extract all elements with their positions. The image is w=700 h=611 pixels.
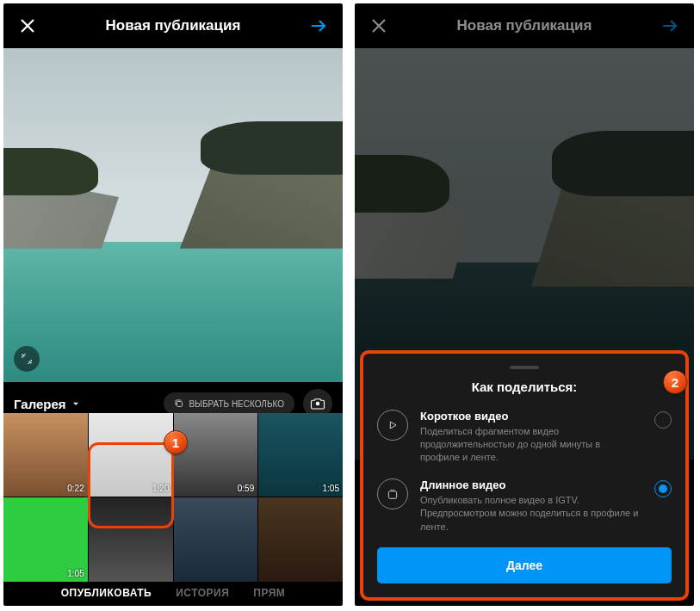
camera-icon [310,396,325,411]
thumbnail[interactable] [89,497,173,582]
thumbnail[interactable]: 0:22 [3,413,88,497]
chevron-down-icon [70,398,82,410]
close-icon[interactable] [15,14,40,38]
phone-right: Новая публикация Как поделиться: Коротко… [355,3,694,606]
thumbnail[interactable]: 1:05 [3,497,88,582]
tab-live[interactable]: ПРЯМ [253,587,285,599]
thumbnail[interactable]: 1:05 [258,413,343,497]
next-arrow-icon[interactable] [307,14,331,38]
duration-label: 0:59 [238,484,254,493]
header: Новая публикация [3,3,343,48]
crop-icon[interactable] [14,346,40,372]
bottom-tabs: ОПУБЛИКОВАТЬ ИСТОРИЯ ПРЯМ [3,580,343,606]
sheet-handle[interactable] [510,366,539,369]
gallery-picker[interactable]: Галерея [14,397,82,411]
gallery-label: Галерея [14,397,66,411]
callout-marker: 2 [663,370,687,394]
option-title: Длинное видео [420,478,642,491]
select-multiple-button[interactable]: ВЫБРАТЬ НЕСКОЛЬКО [164,392,294,415]
header: Новая публикация [355,3,694,48]
duration-label: 1:20 [152,484,169,493]
duration-label: 0:22 [67,484,84,493]
page-title: Новая публикация [457,17,592,34]
thumbnail[interactable] [174,497,258,582]
next-arrow-icon[interactable] [658,14,682,38]
close-icon[interactable] [367,14,391,38]
radio-selected[interactable] [654,480,672,497]
radio-unselected[interactable] [654,411,672,429]
page-title: Новая публикация [106,17,241,34]
tab-publish[interactable]: ОПУБЛИКОВАТЬ [61,587,152,599]
share-sheet: Как поделиться: Короткое видео Поделитьс… [360,350,689,601]
option-title: Короткое видео [420,410,642,423]
phone-left: Новая публикация Галерея ВЫБРАТЬ НЕСКОЛЬ… [3,3,343,606]
thumbnail[interactable] [258,497,343,582]
svg-rect-0 [177,402,183,407]
tab-story[interactable]: ИСТОРИЯ [176,587,229,599]
option-long-video[interactable]: Длинное видео Опубликовать полное видео … [377,478,672,534]
igtv-icon [377,478,408,509]
thumbnail[interactable]: 1:20 [89,413,173,497]
duration-label: 1:05 [323,484,339,493]
svg-rect-1 [388,491,396,498]
thumbnail[interactable]: 0:59 [174,413,258,497]
play-icon [377,410,408,441]
option-desc: Поделиться фрагментом видео продолжитель… [420,425,642,465]
duration-label: 1:05 [67,569,84,578]
option-desc: Опубликовать полное видео в IGTV. Предпр… [420,494,642,534]
sheet-title: Как поделиться: [377,380,672,394]
stack-icon [174,398,184,409]
callout-marker: 1 [164,430,188,454]
option-short-video[interactable]: Короткое видео Поделиться фрагментом вид… [377,410,672,465]
media-preview[interactable] [3,48,343,382]
next-button[interactable]: Далее [377,547,672,583]
